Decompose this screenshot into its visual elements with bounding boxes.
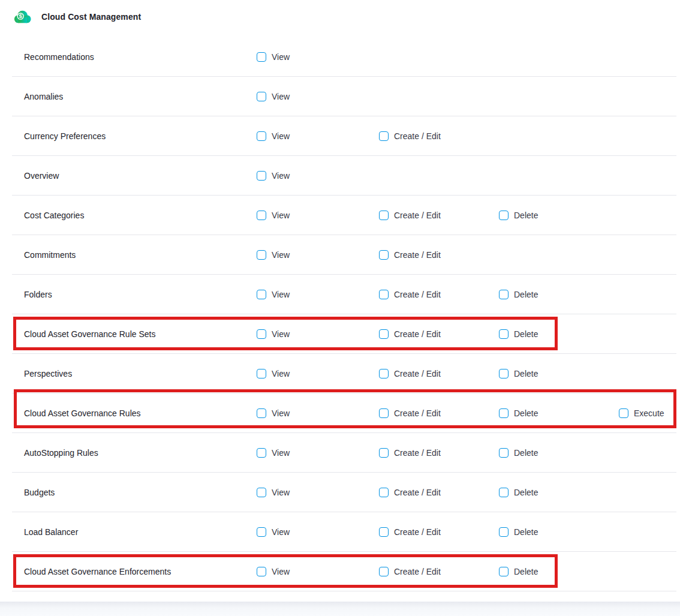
checkbox-label[interactable]: View xyxy=(272,329,290,339)
view-checkbox[interactable] xyxy=(257,567,266,576)
permission-delete[interactable]: Delete xyxy=(499,211,538,220)
permission-create-edit[interactable]: Create / Edit xyxy=(379,131,441,141)
checkbox-label[interactable]: Delete xyxy=(514,369,538,378)
checkbox-label[interactable]: View xyxy=(272,92,290,101)
permission-view[interactable]: View xyxy=(257,567,290,576)
view-checkbox[interactable] xyxy=(257,488,266,497)
checkbox-label[interactable]: Create / Edit xyxy=(394,131,441,141)
checkbox-label[interactable]: View xyxy=(272,52,290,62)
delete-checkbox[interactable] xyxy=(499,290,509,299)
checkbox-label[interactable]: Create / Edit xyxy=(394,527,441,537)
view-checkbox[interactable] xyxy=(257,527,266,537)
view-checkbox[interactable] xyxy=(257,329,266,339)
create-edit-checkbox[interactable] xyxy=(379,488,389,497)
view-checkbox[interactable] xyxy=(257,131,266,141)
checkbox-label[interactable]: Create / Edit xyxy=(394,369,441,378)
checkbox-label[interactable]: Delete xyxy=(514,408,538,418)
permission-delete[interactable]: Delete xyxy=(499,290,538,299)
checkbox-label[interactable]: View xyxy=(272,488,290,497)
create-edit-checkbox[interactable] xyxy=(379,448,389,458)
permission-execute[interactable]: Execute xyxy=(619,408,664,418)
permission-view[interactable]: View xyxy=(257,329,290,339)
delete-checkbox[interactable] xyxy=(499,369,509,378)
checkbox-label[interactable]: Create / Edit xyxy=(394,408,441,418)
checkbox-label[interactable]: Execute xyxy=(634,408,664,418)
permission-create-edit[interactable]: Create / Edit xyxy=(379,567,441,576)
delete-checkbox[interactable] xyxy=(499,567,509,576)
delete-checkbox[interactable] xyxy=(499,448,509,458)
permission-view[interactable]: View xyxy=(257,92,290,101)
permission-view[interactable]: View xyxy=(257,448,290,458)
permission-create-edit[interactable]: Create / Edit xyxy=(379,527,441,537)
create-edit-checkbox[interactable] xyxy=(379,290,389,299)
permission-delete[interactable]: Delete xyxy=(499,448,538,458)
permission-view[interactable]: View xyxy=(257,369,290,378)
permission-create-edit[interactable]: Create / Edit xyxy=(379,369,441,378)
delete-checkbox[interactable] xyxy=(499,211,509,220)
checkbox-label[interactable]: Delete xyxy=(514,329,538,339)
permission-create-edit[interactable]: Create / Edit xyxy=(379,408,441,418)
permission-delete[interactable]: Delete xyxy=(499,408,538,418)
view-checkbox[interactable] xyxy=(257,448,266,458)
view-checkbox[interactable] xyxy=(257,250,266,260)
view-checkbox[interactable] xyxy=(257,290,266,299)
view-checkbox[interactable] xyxy=(257,171,266,181)
checkbox-label[interactable]: Create / Edit xyxy=(394,250,441,260)
permission-create-edit[interactable]: Create / Edit xyxy=(379,448,441,458)
checkbox-label[interactable]: Delete xyxy=(514,290,538,299)
permission-create-edit[interactable]: Create / Edit xyxy=(379,329,441,339)
create-edit-checkbox[interactable] xyxy=(379,211,389,220)
permission-view[interactable]: View xyxy=(257,52,290,62)
checkbox-label[interactable]: Create / Edit xyxy=(394,488,441,497)
checkbox-label[interactable]: Delete xyxy=(514,488,538,497)
permission-view[interactable]: View xyxy=(257,527,290,537)
checkbox-label[interactable]: Delete xyxy=(514,567,538,576)
permission-view[interactable]: View xyxy=(257,250,290,260)
checkbox-label[interactable]: View xyxy=(272,250,290,260)
checkbox-label[interactable]: View xyxy=(272,211,290,220)
checkbox-label[interactable]: View xyxy=(272,131,290,141)
view-checkbox[interactable] xyxy=(257,92,266,101)
delete-checkbox[interactable] xyxy=(499,329,509,339)
permission-view[interactable]: View xyxy=(257,290,290,299)
permission-delete[interactable]: Delete xyxy=(499,329,538,339)
create-edit-checkbox[interactable] xyxy=(379,250,389,260)
permission-create-edit[interactable]: Create / Edit xyxy=(379,290,441,299)
view-checkbox[interactable] xyxy=(257,211,266,220)
permission-create-edit[interactable]: Create / Edit xyxy=(379,211,441,220)
create-edit-checkbox[interactable] xyxy=(379,567,389,576)
permission-delete[interactable]: Delete xyxy=(499,567,538,576)
checkbox-label[interactable]: View xyxy=(272,290,290,299)
permission-view[interactable]: View xyxy=(257,131,290,141)
checkbox-label[interactable]: Delete xyxy=(514,448,538,458)
permission-delete[interactable]: Delete xyxy=(499,527,538,537)
checkbox-label[interactable]: View xyxy=(272,527,290,537)
checkbox-label[interactable]: View xyxy=(272,171,290,181)
checkbox-label[interactable]: View xyxy=(272,369,290,378)
checkbox-label[interactable]: View xyxy=(272,448,290,458)
permission-create-edit[interactable]: Create / Edit xyxy=(379,488,441,497)
checkbox-label[interactable]: View xyxy=(272,408,290,418)
delete-checkbox[interactable] xyxy=(499,488,509,497)
checkbox-label[interactable]: Create / Edit xyxy=(394,211,441,220)
view-checkbox[interactable] xyxy=(257,52,266,62)
permission-delete[interactable]: Delete xyxy=(499,369,538,378)
permission-view[interactable]: View xyxy=(257,211,290,220)
view-checkbox[interactable] xyxy=(257,369,266,378)
create-edit-checkbox[interactable] xyxy=(379,408,389,418)
permission-view[interactable]: View xyxy=(257,171,290,181)
delete-checkbox[interactable] xyxy=(499,408,509,418)
permission-create-edit[interactable]: Create / Edit xyxy=(379,250,441,260)
permission-view[interactable]: View xyxy=(257,488,290,497)
create-edit-checkbox[interactable] xyxy=(379,369,389,378)
checkbox-label[interactable]: Create / Edit xyxy=(394,448,441,458)
execute-checkbox[interactable] xyxy=(619,408,628,418)
create-edit-checkbox[interactable] xyxy=(379,131,389,141)
checkbox-label[interactable]: Create / Edit xyxy=(394,290,441,299)
permission-view[interactable]: View xyxy=(257,408,290,418)
permission-delete[interactable]: Delete xyxy=(499,488,538,497)
view-checkbox[interactable] xyxy=(257,408,266,418)
delete-checkbox[interactable] xyxy=(499,527,509,537)
checkbox-label[interactable]: Create / Edit xyxy=(394,567,441,576)
create-edit-checkbox[interactable] xyxy=(379,329,389,339)
